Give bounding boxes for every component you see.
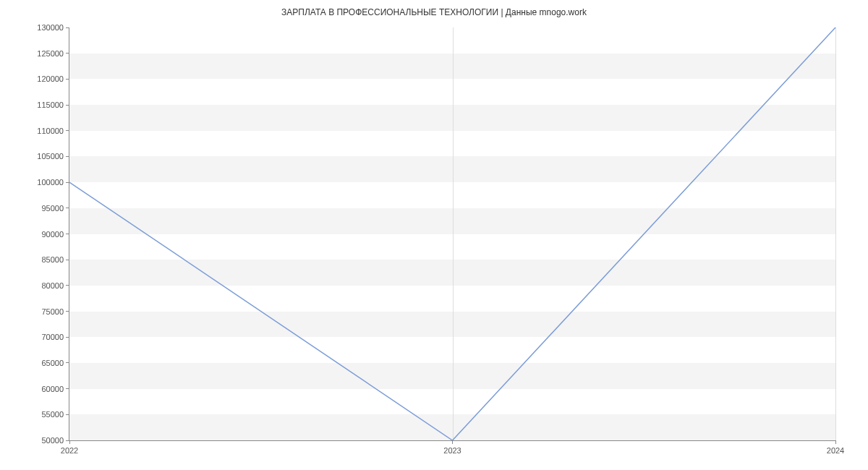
y-tick-label: 125000 [37,49,69,58]
y-tick-mark [66,311,69,312]
x-tick-mark [835,440,836,444]
y-tick-mark [66,53,69,54]
y-tick-mark [66,234,69,234]
y-tick-mark [66,208,69,208]
chart-title: ЗАРПЛАТА В ПРОФЕССИОНАЛЬНЫЕ ТЕХНОЛОГИИ |… [0,0,868,21]
y-tick-mark [66,156,69,157]
y-tick-mark [66,182,69,183]
y-tick-label: 115000 [37,101,69,109]
y-tick-mark [66,388,69,389]
y-tick-label: 105000 [37,152,69,161]
y-tick-mark [66,362,69,363]
y-tick-mark [66,260,69,260]
y-tick-mark [66,130,69,131]
y-tick-label: 110000 [37,127,69,135]
y-tick-mark [66,337,69,338]
y-tick-mark [66,27,69,28]
y-tick-label: 100000 [37,178,69,187]
y-tick-mark [66,105,69,106]
y-tick-mark [66,414,69,415]
y-tick-mark [66,79,69,80]
plot-area: 5000055000600006500070000750008000085000… [69,27,835,441]
x-tick-mark [69,440,70,444]
chart-container: ЗАРПЛАТА В ПРОФЕССИОНАЛЬНЫЕ ТЕХНОЛОГИИ |… [0,0,868,470]
x-tick-mark [452,440,453,444]
data-line [69,27,835,440]
y-tick-label: 130000 [37,23,69,32]
chart-line-svg [69,27,835,440]
y-tick-mark [66,285,69,286]
grid-line-vertical [835,27,836,440]
y-tick-label: 120000 [37,74,69,83]
